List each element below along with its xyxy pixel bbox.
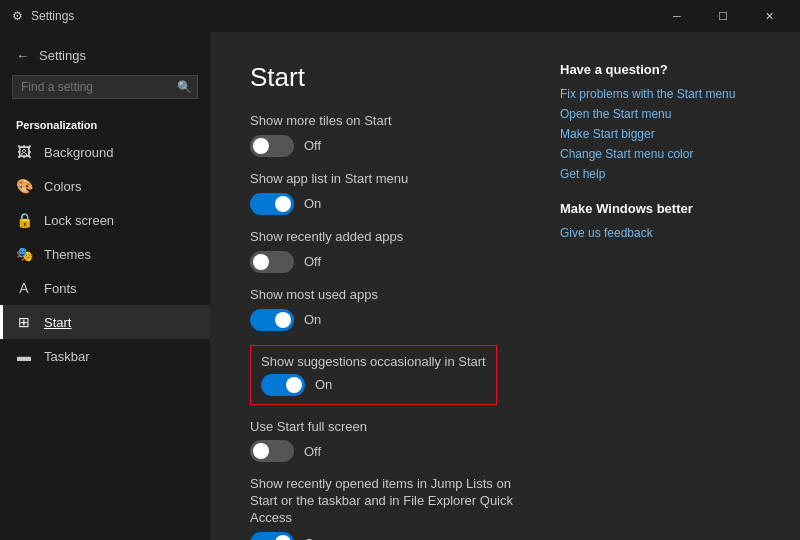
sidebar-item-background[interactable]: 🖼 Background [0, 135, 210, 169]
toggle-show-most-used[interactable] [250, 309, 294, 331]
help-title: Have a question? [560, 62, 760, 77]
themes-icon: 🎭 [16, 246, 32, 262]
toggle-full-screen[interactable] [250, 440, 294, 462]
sidebar: ← Settings 🔍 Personalization 🖼 Backgroun… [0, 32, 210, 540]
help-links-2: Give us feedback [560, 226, 760, 240]
sidebar-nav: 🖼 Background 🎨 Colors 🔒 Lock screen 🎭 Th… [0, 135, 210, 373]
setting-label: Show recently added apps [250, 229, 520, 246]
back-label: Settings [39, 48, 86, 63]
toggle-state-label: On [304, 536, 321, 540]
help-link[interactable]: Change Start menu color [560, 147, 760, 161]
setting-recently-opened: Show recently opened items in Jump Lists… [250, 476, 520, 540]
sidebar-item-label: Fonts [44, 281, 77, 296]
toggle-row: On [250, 532, 520, 540]
fonts-icon: A [16, 280, 32, 296]
help-panel: Have a question? Fix problems with the S… [560, 62, 760, 520]
sidebar-item-fonts[interactable]: A Fonts [0, 271, 210, 305]
setting-label: Show suggestions occasionally in Start [261, 354, 486, 369]
toggle-knob [275, 196, 291, 212]
toggle-knob [253, 443, 269, 459]
help-link[interactable]: Get help [560, 167, 760, 181]
sidebar-item-label: Background [44, 145, 113, 160]
suggestion-highlight-box: Show suggestions occasionally in Start O… [250, 345, 497, 405]
search-input[interactable] [21, 80, 171, 94]
toggle-row: Off [250, 135, 520, 157]
help-link[interactable]: Fix problems with the Start menu [560, 87, 760, 101]
toggle-row: On [250, 193, 520, 215]
help-link[interactable]: Make Start bigger [560, 127, 760, 141]
toggle-state-label: On [304, 196, 321, 211]
search-icon: 🔍 [177, 80, 192, 94]
setting-show-suggestions: Show suggestions occasionally in Start O… [250, 345, 520, 419]
toggle-state-label: Off [304, 138, 321, 153]
settings-list: Show more tiles on Start Off Show app li… [250, 113, 520, 540]
background-icon: 🖼 [16, 144, 32, 160]
page-title: Start [250, 62, 520, 93]
toggle-knob [253, 254, 269, 270]
help-link-feedback[interactable]: Give us feedback [560, 226, 760, 240]
setting-show-recently-added: Show recently added apps Off [250, 229, 520, 273]
toggle-knob [275, 535, 291, 540]
settings-icon: ⚙ [12, 9, 23, 23]
title-bar-title: Settings [31, 9, 74, 23]
sidebar-item-taskbar[interactable]: ▬ Taskbar [0, 339, 210, 373]
sidebar-item-label: Themes [44, 247, 91, 262]
sidebar-item-colors[interactable]: 🎨 Colors [0, 169, 210, 203]
sidebar-item-label: Colors [44, 179, 82, 194]
setting-show-more-tiles: Show more tiles on Start Off [250, 113, 520, 157]
setting-label: Show app list in Start menu [250, 171, 520, 188]
toggle-show-more-tiles[interactable] [250, 135, 294, 157]
toggle-row: On [250, 309, 520, 331]
maximize-button[interactable]: ☐ [700, 0, 746, 32]
close-button[interactable]: ✕ [746, 0, 792, 32]
content-main: Start Show more tiles on Start Off Show … [250, 62, 520, 520]
toggle-row: On [261, 374, 486, 396]
setting-label: Show most used apps [250, 287, 520, 304]
sidebar-item-start[interactable]: ⊞ Start [0, 305, 210, 339]
minimize-button[interactable]: ─ [654, 0, 700, 32]
toggle-state-label: On [315, 377, 332, 392]
toggle-row: Off [250, 251, 520, 273]
title-bar-controls: ─ ☐ ✕ [654, 0, 792, 32]
setting-label: Use Start full screen [250, 419, 520, 436]
toggle-state-label: Off [304, 254, 321, 269]
setting-label: Show recently opened items in Jump Lists… [250, 476, 520, 527]
sidebar-back-button[interactable]: ← Settings [0, 40, 210, 71]
setting-show-app-list: Show app list in Start menu On [250, 171, 520, 215]
sidebar-item-lockscreen[interactable]: 🔒 Lock screen [0, 203, 210, 237]
toggle-row: Off [250, 440, 520, 462]
toggle-state-label: On [304, 312, 321, 327]
content-area: Start Show more tiles on Start Off Show … [210, 32, 800, 540]
setting-full-screen: Use Start full screen Off [250, 419, 520, 463]
toggle-show-recently-added[interactable] [250, 251, 294, 273]
toggle-state-label: Off [304, 444, 321, 459]
title-bar: ⚙ Settings ─ ☐ ✕ [0, 0, 800, 32]
toggle-knob [253, 138, 269, 154]
setting-show-most-used: Show most used apps On [250, 287, 520, 331]
colors-icon: 🎨 [16, 178, 32, 194]
help-section-2: Make Windows better Give us feedback [560, 201, 760, 240]
sidebar-item-label: Lock screen [44, 213, 114, 228]
sidebar-item-label: Start [44, 315, 71, 330]
lockscreen-icon: 🔒 [16, 212, 32, 228]
taskbar-icon: ▬ [16, 348, 32, 364]
sidebar-section-label: Personalization [0, 111, 210, 135]
help-link[interactable]: Open the Start menu [560, 107, 760, 121]
sidebar-item-label: Taskbar [44, 349, 90, 364]
title-bar-left: ⚙ Settings [12, 9, 74, 23]
setting-label: Show more tiles on Start [250, 113, 520, 130]
help-section-2-title: Make Windows better [560, 201, 760, 216]
toggle-knob [286, 377, 302, 393]
back-arrow-icon: ← [16, 48, 29, 63]
help-links: Fix problems with the Start menuOpen the… [560, 87, 760, 181]
toggle-show-app-list[interactable] [250, 193, 294, 215]
search-box[interactable]: 🔍 [12, 75, 198, 99]
toggle-recently-opened[interactable] [250, 532, 294, 540]
toggle-show-suggestions[interactable] [261, 374, 305, 396]
main-layout: ← Settings 🔍 Personalization 🖼 Backgroun… [0, 32, 800, 540]
toggle-knob [275, 312, 291, 328]
start-icon: ⊞ [16, 314, 32, 330]
sidebar-item-themes[interactable]: 🎭 Themes [0, 237, 210, 271]
